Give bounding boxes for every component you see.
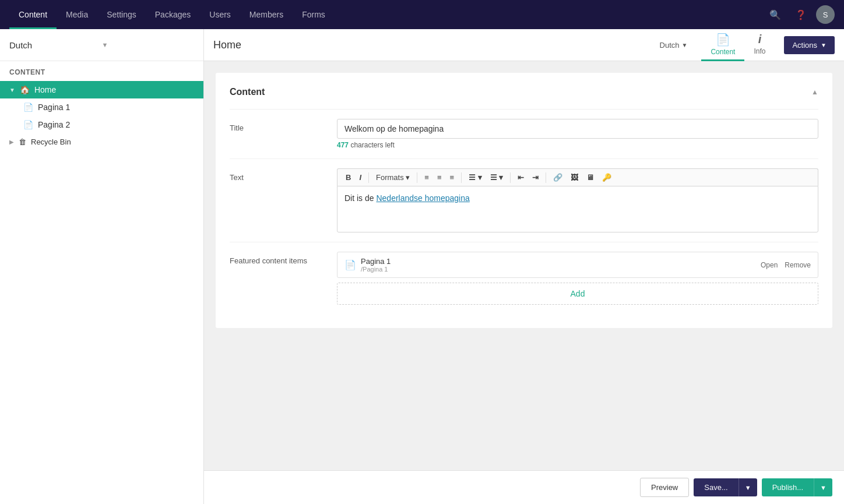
publish-button[interactable]: Publish... — [762, 478, 814, 496]
content-panel: Content ▲ Title 477 characters left — [216, 73, 832, 328]
trash-icon: 🗑 — [19, 138, 26, 146]
document-icon: 📄 — [716, 33, 730, 47]
tab-area: 📄 Content i Info — [701, 29, 775, 61]
toolbar-separator — [461, 172, 462, 183]
featured-field: 📄 Pagina 1 /Pagina 1 Open Remove Add — [337, 252, 818, 305]
align-left-button[interactable]: ≡ — [421, 171, 432, 184]
toolbar-separator — [546, 172, 546, 183]
toolbar-separator — [368, 172, 369, 183]
language-label: Dutch — [9, 40, 102, 50]
media-button[interactable]: 🖥 — [583, 171, 597, 184]
rte-body[interactable]: Dit is de Nederlandse homepagina — [337, 186, 818, 232]
publish-dropdown-button[interactable]: ▼ — [814, 478, 832, 496]
text-label: Text — [230, 168, 323, 232]
home-label: Home — [34, 85, 56, 94]
home-icon: 🏠 — [20, 85, 30, 94]
featured-item-info: Pagina 1 /Pagina 1 — [361, 257, 756, 273]
page-icon: 📄 — [344, 259, 356, 270]
align-right-button[interactable]: ≡ — [446, 171, 458, 184]
featured-label: Featured content items — [230, 252, 323, 305]
nav-settings[interactable]: Settings — [97, 0, 146, 29]
italic-button[interactable]: I — [356, 171, 365, 184]
featured-item-name: Pagina 1 — [361, 257, 756, 266]
actions-button[interactable]: Actions ▼ — [784, 36, 835, 54]
nav-content[interactable]: Content — [9, 0, 57, 29]
char-count-number: 477 — [337, 141, 349, 149]
featured-item: 📄 Pagina 1 /Pagina 1 Open Remove — [337, 252, 818, 278]
align-center-button[interactable]: ≡ — [434, 171, 445, 184]
content-body: Content ▲ Title 477 characters left — [204, 61, 844, 470]
title-field: 477 characters left — [337, 119, 818, 149]
toolbar-separator — [510, 172, 511, 183]
sidebar-item-pagina2[interactable]: 📄 Pagina 2 — [0, 116, 203, 133]
language-selector[interactable]: Dutch ▼ — [0, 29, 203, 61]
top-navigation: Content Media Settings Packages Users Me… — [0, 0, 844, 29]
chevron-down-icon: ▼ — [682, 42, 688, 48]
save-dropdown-button[interactable]: ▼ — [738, 478, 757, 496]
avatar[interactable]: S — [816, 5, 835, 24]
info-icon: i — [758, 33, 762, 46]
embed-button[interactable]: 🔑 — [599, 171, 615, 184]
collapse-button[interactable]: ▲ — [811, 88, 818, 96]
page-title: Home — [213, 39, 655, 51]
outdent-button[interactable]: ⇤ — [514, 171, 528, 184]
nav-packages[interactable]: Packages — [146, 0, 200, 29]
content-header: Home Dutch ▼ 📄 Content i Info Actions ▼ — [204, 29, 844, 61]
featured-item-path: /Pagina 1 — [361, 266, 756, 273]
ordered-list-button[interactable]: ☰ ▾ — [487, 171, 507, 184]
content-tree: ▼ 🏠 Home 📄 Pagina 1 📄 Pagina 2 ▶ 🗑 Recyc… — [0, 81, 203, 150]
nav-users[interactable]: Users — [200, 0, 240, 29]
main-layout: Dutch ▼ Content ▼ 🏠 Home 📄 Pagina 1 📄 Pa… — [0, 29, 844, 504]
title-label: Title — [230, 119, 323, 149]
recycle-bin-label: Recycle Bin — [31, 138, 71, 146]
toolbar-separator — [417, 172, 417, 183]
title-field-row: Title 477 characters left — [230, 109, 818, 158]
indent-button[interactable]: ⇥ — [529, 171, 542, 184]
featured-items-row: Featured content items 📄 Pagina 1 /Pagin… — [230, 242, 818, 314]
actions-label: Actions — [792, 41, 817, 50]
rte-toolbar: B I Formats ▾ ≡ ≡ ≡ ☰ ▾ ☰ ▾ — [337, 168, 818, 186]
formats-button[interactable]: Formats ▾ — [372, 171, 413, 184]
chevron-down-icon: ▼ — [821, 42, 827, 48]
title-input[interactable] — [337, 119, 818, 139]
pagina1-label: Pagina 1 — [38, 103, 70, 112]
tab-info[interactable]: i Info — [744, 29, 775, 61]
top-nav-right: 🔍 ❓ S — [765, 4, 835, 25]
tab-content[interactable]: 📄 Content — [701, 29, 744, 61]
help-icon[interactable]: ❓ — [790, 4, 811, 25]
sidebar-section-label: Content — [0, 61, 203, 81]
content-footer: Preview Save... ▼ Publish... ▼ — [204, 470, 844, 504]
image-button[interactable]: 🖼 — [567, 171, 582, 184]
nav-members[interactable]: Members — [240, 0, 293, 29]
save-button[interactable]: Save... — [694, 478, 738, 496]
chevron-right-icon: ▶ — [9, 139, 14, 145]
chevron-down-icon: ▼ — [102, 41, 195, 48]
page-icon: 📄 — [23, 103, 33, 112]
rte-link[interactable]: Nederlandse homepagina — [376, 193, 469, 203]
tab-info-label: Info — [754, 47, 765, 55]
nav-media[interactable]: Media — [57, 0, 97, 29]
open-button[interactable]: Open — [761, 261, 778, 269]
chevron-down-icon: ▼ — [9, 87, 15, 93]
rte-text: Dit is de — [344, 193, 376, 203]
link-button[interactable]: 🔗 — [550, 171, 566, 184]
search-icon[interactable]: 🔍 — [765, 4, 786, 25]
content-language-selector[interactable]: Dutch ▼ — [655, 38, 692, 52]
featured-item-actions: Open Remove — [761, 261, 811, 269]
content-area: Home Dutch ▼ 📄 Content i Info Actions ▼ — [204, 29, 844, 504]
sidebar-item-pagina1[interactable]: 📄 Pagina 1 — [0, 98, 203, 116]
preview-button[interactable]: Preview — [640, 478, 689, 497]
nav-forms[interactable]: Forms — [293, 0, 335, 29]
sidebar-item-home[interactable]: ▼ 🏠 Home — [0, 81, 203, 98]
content-language-label: Dutch — [660, 41, 680, 50]
unordered-list-button[interactable]: ☰ ▾ — [465, 171, 486, 184]
bold-button[interactable]: B — [342, 171, 354, 184]
sidebar: Dutch ▼ Content ▼ 🏠 Home 📄 Pagina 1 📄 Pa… — [0, 29, 204, 504]
text-field-row: Text B I Formats ▾ ≡ ≡ ≡ ☰ ▾ — [230, 158, 818, 242]
sidebar-item-recycle-bin[interactable]: ▶ 🗑 Recycle Bin — [0, 133, 203, 150]
add-button[interactable]: Add — [337, 283, 818, 305]
publish-group: Publish... ▼ — [762, 478, 832, 496]
char-count-text: characters left — [350, 141, 394, 149]
remove-button[interactable]: Remove — [785, 261, 811, 269]
text-field: B I Formats ▾ ≡ ≡ ≡ ☰ ▾ ☰ ▾ — [337, 168, 818, 232]
